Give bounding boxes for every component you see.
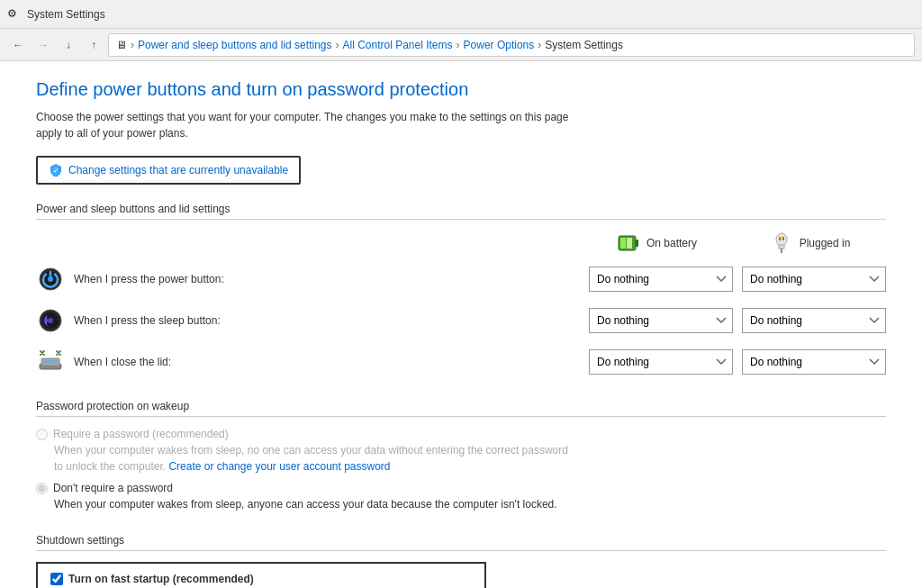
- svg-rect-7: [781, 249, 782, 253]
- lid-plugged-dropdown[interactable]: Do nothing Sleep Hibernate Shut down Tur…: [742, 349, 886, 375]
- power-sleep-section: Power and sleep buttons and lid settings…: [36, 203, 886, 378]
- title-bar-text: System Settings: [27, 8, 105, 21]
- power-sleep-header: Power and sleep buttons and lid settings: [36, 203, 886, 220]
- sleep-battery-dropdown[interactable]: Do nothing Sleep Hibernate Shut down Tur…: [589, 308, 733, 333]
- breadcrumb-all-items[interactable]: All Control Panel Items: [342, 39, 452, 51]
- svg-rect-9: [782, 237, 784, 240]
- down-button[interactable]: ↓: [58, 34, 79, 56]
- shutdown-header: Shutdown settings: [36, 534, 886, 551]
- shutdown-section: Shutdown settings Turn on fast startup (…: [36, 534, 886, 588]
- no-password-subtext: When your computer wakes from sleep, any…: [54, 496, 576, 512]
- power-battery-dropdown[interactable]: Do nothing Sleep Hibernate Shut down Tur…: [589, 267, 733, 292]
- main-content: Define power buttons and turn on passwor…: [0, 61, 922, 588]
- svg-rect-6: [779, 245, 784, 249]
- no-password-text: Don't require a password: [53, 482, 173, 494]
- on-battery-header: On battery: [580, 231, 733, 256]
- sleep-button-row: When I press the sleep button: Do nothin…: [36, 304, 886, 337]
- page-description: Choose the power settings that you want …: [36, 109, 594, 141]
- svg-point-16: [48, 318, 53, 323]
- lid-battery-dropdown[interactable]: Do nothing Sleep Hibernate Shut down Tur…: [589, 349, 733, 375]
- no-password-option: Don't require a password When your compu…: [36, 482, 886, 512]
- breadcrumb-power-options[interactable]: Power Options: [464, 39, 535, 51]
- fast-startup-box: Turn on fast startup (recommended) This …: [36, 562, 486, 588]
- password-section: Password protection on wakeup Require a …: [36, 400, 886, 512]
- fast-startup-row: Turn on fast startup (recommended): [50, 573, 472, 585]
- no-password-label[interactable]: Don't require a password: [36, 482, 886, 494]
- app-icon: ⚙: [7, 7, 22, 22]
- lid-label: When I close the lid:: [74, 356, 580, 368]
- up-button[interactable]: ↑: [83, 34, 104, 56]
- column-headers: On battery Plugged in: [36, 231, 886, 256]
- breadcrumb-folder-icon: 🖥: [116, 39, 127, 51]
- fast-startup-checkbox[interactable]: [50, 573, 63, 585]
- breadcrumb: 🖥 › Power and sleep buttons and lid sett…: [108, 33, 915, 57]
- password-header: Password protection on wakeup: [36, 400, 886, 417]
- require-password-option: Require a password (recommended) When yo…: [36, 428, 886, 475]
- require-password-text: Require a password (recommended): [53, 428, 229, 440]
- breadcrumb-control-panel[interactable]: Power and sleep buttons and lid settings: [138, 39, 331, 51]
- plugged-in-label: Plugged in: [800, 237, 851, 249]
- title-bar: ⚙ System Settings: [0, 0, 922, 29]
- forward-button[interactable]: →: [32, 34, 54, 56]
- no-password-radio[interactable]: [36, 483, 48, 494]
- power-button-label: When I press the power button:: [74, 273, 580, 285]
- sleep-button-icon: [36, 306, 65, 335]
- lid-row: When I close the lid: Do nothing Sleep H…: [36, 346, 886, 378]
- plugged-in-header: Plugged in: [733, 231, 886, 256]
- require-password-label[interactable]: Require a password (recommended): [36, 428, 886, 440]
- power-plugged-dropdown[interactable]: Do nothing Sleep Hibernate Shut down Tur…: [742, 267, 886, 292]
- page-title: Define power buttons and turn on passwor…: [36, 79, 886, 100]
- fast-startup-label: Turn on fast startup (recommended): [68, 573, 254, 585]
- back-button[interactable]: ←: [7, 34, 29, 56]
- sleep-plugged-dropdown[interactable]: Do nothing Sleep Hibernate Shut down Tur…: [742, 308, 886, 333]
- nav-bar: ← → ↓ ↑ 🖥 › Power and sleep buttons and …: [0, 29, 922, 61]
- battery-icon: [616, 231, 641, 256]
- change-settings-button[interactable]: ✓ Change settings that are currently una…: [36, 156, 301, 185]
- svg-rect-4: [627, 238, 632, 249]
- change-settings-label: Change settings that are currently unava…: [68, 164, 288, 176]
- svg-rect-19: [43, 360, 58, 364]
- create-password-link[interactable]: Create or change your user account passw…: [168, 460, 390, 473]
- power-button-icon: [36, 265, 65, 294]
- svg-rect-2: [636, 240, 638, 247]
- sleep-button-label: When I press the sleep button:: [74, 314, 580, 327]
- power-button-row: When I press the power button: Do nothin…: [36, 263, 886, 295]
- require-password-subtext: When your computer wakes from sleep, no …: [54, 442, 576, 475]
- breadcrumb-system-settings: System Settings: [545, 39, 623, 51]
- lid-icon: [36, 348, 65, 376]
- require-password-radio[interactable]: [36, 429, 48, 440]
- shield-icon: ✓: [49, 163, 63, 177]
- svg-point-13: [48, 276, 53, 282]
- on-battery-label: On battery: [646, 237, 697, 249]
- plug-icon: [769, 231, 794, 256]
- svg-rect-3: [620, 238, 626, 249]
- svg-text:✓: ✓: [53, 167, 59, 174]
